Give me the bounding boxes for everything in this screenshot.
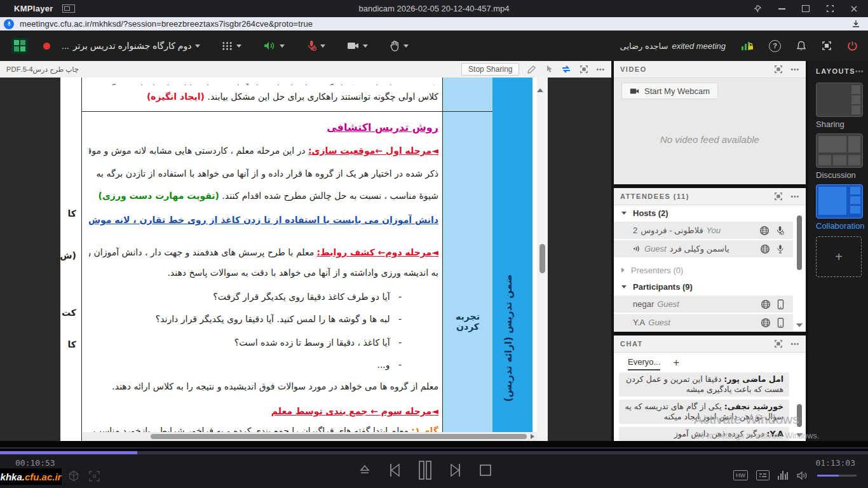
chat-messages: امل ماضی پور: دقیقا این تمرین و عمل کردن… [619, 372, 789, 441]
raise-hand-button[interactable] [390, 40, 409, 51]
pointer-icon[interactable] [544, 65, 553, 74]
equalizer-icon[interactable] [778, 471, 788, 480]
url-text[interactable]: meetingvc.cfu.ac.ir/mkhksd/?session=bree… [20, 19, 313, 29]
draw-pencil-icon[interactable] [527, 65, 536, 74]
layouts-options-icon[interactable] [855, 68, 864, 75]
connection-status-icon[interactable] [741, 41, 754, 51]
add-layout-button[interactable]: + [816, 236, 862, 277]
fullscreen-icon[interactable] [822, 41, 832, 51]
minimize-icon[interactable] [776, 4, 787, 14]
document-area: کا (ش کت کا تجربه کردن ضمن تدریس (ارائه … [0, 78, 611, 441]
help-icon[interactable] [769, 40, 781, 52]
doc-bullet: - آیا کاغذ ، دقیقا از وسط تا زده شده است… [89, 331, 438, 355]
layout-discussion-thumbnail[interactable] [816, 133, 863, 168]
attendee-row-host-1[interactable]: 2 فلاطونی - فردوس You [614, 222, 793, 239]
pod-options-icon[interactable] [790, 193, 799, 200]
attendee-row-host-2[interactable]: Guest یاسمن وکیلی فرد [614, 240, 793, 257]
fullscreen-icon[interactable] [774, 65, 783, 74]
scroll-down-arrow-icon[interactable] [796, 433, 803, 437]
presenters-section-header[interactable]: Presenters (0) [614, 262, 806, 278]
pin-icon[interactable] [752, 4, 763, 14]
subtitle-icon[interactable] [756, 470, 770, 480]
meeting-title-menu[interactable]: ... دوم کارگاه جشنواره تدریس برتر [62, 41, 200, 51]
volume-speaker-icon[interactable] [796, 471, 808, 480]
globe-icon [759, 226, 770, 236]
doc-line: ◄مرحله اول ←موقعیت سازی: در این مرحله مع… [89, 139, 438, 163]
download-icon[interactable] [851, 20, 860, 29]
fullscreen-icon[interactable] [825, 4, 835, 14]
start-webcam-button[interactable]: Start My Webcam [621, 83, 718, 99]
pod-options-icon[interactable] [596, 66, 605, 73]
fullscreen-icon[interactable] [774, 192, 783, 201]
sync-icon[interactable] [560, 65, 572, 74]
status-user-name: ساجده رضایی [620, 41, 668, 51]
chevron-down-icon [195, 44, 200, 48]
frame-bottom-line [0, 447, 868, 449]
scroll-right-arrow-icon[interactable] [531, 434, 534, 439]
volume-slider[interactable] [817, 475, 857, 477]
webcam-button[interactable] [347, 41, 368, 50]
close-icon[interactable] [849, 4, 859, 14]
scrollbar-thumb[interactable] [151, 434, 527, 439]
player-right-tools: HW [733, 470, 857, 480]
pod-options-icon[interactable] [790, 341, 799, 348]
participants-section-header[interactable]: Participants (9) [614, 279, 806, 294]
scrollbar-thumb[interactable] [539, 244, 545, 273]
previous-icon[interactable] [386, 461, 403, 479]
scrollbar-thumb[interactable] [797, 215, 802, 270]
scroll-down-arrow-icon[interactable] [796, 323, 803, 327]
hw-decode-icon[interactable]: HW [733, 470, 748, 480]
attendee-row-participant-1[interactable]: negar Guest [614, 295, 793, 313]
hosts-section-header[interactable]: Hosts (2) [614, 205, 806, 220]
add-chat-tab-button[interactable]: + [673, 356, 679, 370]
vertical-scrollbar[interactable] [537, 78, 548, 441]
layout-collaboration-thumbnail[interactable] [816, 184, 863, 219]
menu-grid-button[interactable] [222, 41, 241, 51]
camera-icon [347, 41, 359, 50]
globe-icon [761, 299, 771, 309]
layout-label[interactable]: Discussion [816, 170, 867, 180]
next-icon[interactable] [447, 461, 464, 479]
scrollbar-thumb[interactable] [797, 404, 802, 427]
stop-sharing-button[interactable]: Stop Sharing [461, 63, 519, 76]
layout-label[interactable]: Sharing [816, 119, 867, 129]
horizontal-scrollbar[interactable] [83, 432, 537, 441]
attendee-tag: You [707, 226, 721, 235]
end-meeting-power-icon[interactable] [847, 41, 858, 51]
attendee-tag: Guest [648, 318, 670, 327]
grid-icon [222, 41, 233, 51]
3d-video-icon[interactable] [68, 470, 79, 482]
chat-scrollbar[interactable] [796, 372, 803, 441]
speaking-icon [633, 245, 641, 253]
eject-icon[interactable] [357, 462, 372, 478]
seek-bar[interactable] [0, 451, 868, 454]
fullscreen-icon[interactable] [580, 65, 588, 74]
chevron-down-icon [236, 44, 241, 48]
meeting-content: چاپ طرح درس4-5.PDF Stop Sharing [0, 61, 868, 451]
pause-icon[interactable] [417, 460, 433, 480]
adobe-connect-logo[interactable] [11, 37, 28, 54]
layout-label-active[interactable]: Collaboration [816, 221, 867, 231]
notifications-bell-icon[interactable] [796, 41, 806, 51]
app-title: KMPlayer [14, 4, 53, 13]
attendee-tag: Guest [644, 244, 667, 254]
focus-capture-icon[interactable] [88, 470, 100, 482]
pod-options-icon[interactable] [790, 66, 799, 73]
fullscreen-icon[interactable] [774, 339, 783, 348]
layout-sharing-thumbnail[interactable] [816, 83, 863, 117]
microphone-button[interactable] [306, 40, 325, 52]
maximize-icon[interactable] [801, 4, 811, 14]
dock-window-icon[interactable] [62, 4, 75, 13]
attendees-scrollbar[interactable] [796, 207, 803, 327]
no-video-message: No video feed available [614, 134, 806, 145]
doc-line: شیوهٔ مناسب ، نسبت به حل چالش مطرح شده ا… [89, 185, 438, 207]
url-bar: meetingvc.cfu.ac.ir/mkhksd/?session=bree… [0, 17, 868, 31]
video-file-title: bandicam 2026-02-05 20-12-40-457.mp4 [0, 4, 868, 13]
scroll-up-arrow-icon[interactable] [537, 78, 543, 92]
pdf-page: کا (ش کت کا تجربه کردن ضمن تدریس (ارائه … [60, 78, 537, 441]
chevron-down-icon [363, 44, 368, 48]
chat-tab-everyone[interactable]: Everyo... [628, 357, 660, 370]
speaker-button[interactable] [263, 40, 285, 51]
attendee-row-participant-2[interactable]: Y.A Guest [614, 314, 793, 331]
stop-icon[interactable] [478, 462, 493, 478]
